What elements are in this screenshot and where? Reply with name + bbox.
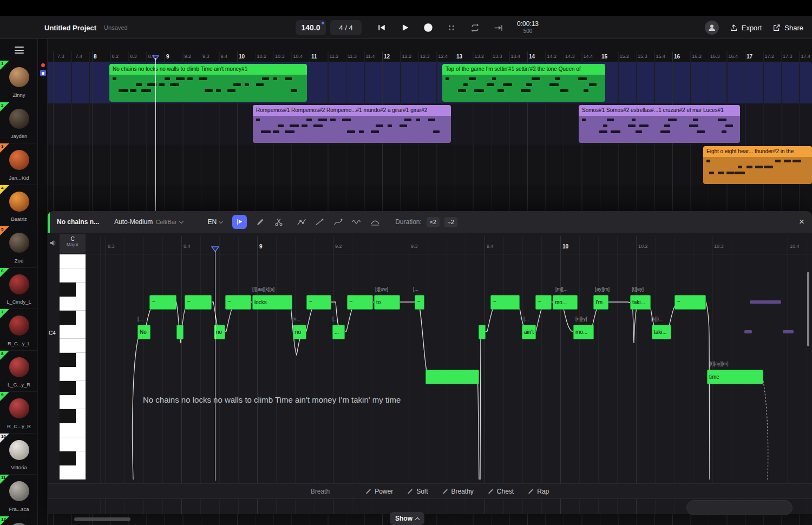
track-avatar[interactable] [9, 523, 29, 525]
track-avatar[interactable] [9, 67, 29, 87]
piano-key-black[interactable] [60, 409, 86, 423]
vibrato-tool-icon[interactable] [351, 216, 363, 228]
piano-key-black[interactable] [60, 311, 86, 325]
piano-key-black[interactable] [60, 353, 86, 367]
smooth-tool-icon[interactable] [369, 216, 381, 228]
track-item[interactable]: 3Jan...Kid [0, 143, 38, 185]
track-avatar[interactable] [9, 357, 29, 377]
vocal-mode-power[interactable]: Power [365, 488, 393, 495]
pitch-draw-tool-icon[interactable] [314, 216, 326, 228]
timeline-ruler[interactable]: 7.37.488.28.38.499.29.39.41010.210.310.4… [48, 51, 812, 62]
midi-note[interactable]: mo... [573, 325, 594, 339]
duration-half-button[interactable]: ÷2 [444, 217, 457, 227]
piano-key-white[interactable] [60, 325, 86, 339]
midi-note[interactable]: ~ [185, 295, 212, 310]
clip-green[interactable]: Top of the game I'm settin'#1 settin'#2 … [442, 64, 605, 102]
midi-note[interactable]: to [374, 295, 400, 310]
vocal-mode-breath[interactable]: Breath [311, 488, 330, 495]
piano-key-white[interactable] [60, 297, 86, 311]
track-item[interactable]: 4Beatriz [0, 185, 38, 227]
piano-key-black[interactable] [60, 381, 86, 395]
midi-note[interactable]: time [707, 370, 763, 384]
user-avatar[interactable] [705, 21, 719, 35]
duration-double-button[interactable]: ×2 [427, 217, 440, 227]
piano-key-white[interactable] [60, 465, 86, 480]
piano-key-white[interactable] [60, 437, 86, 451]
midi-note[interactable]: ~ [490, 295, 520, 310]
track-item[interactable]: 12 [0, 516, 38, 525]
vocal-mode-breathy[interactable]: Breathy [442, 488, 474, 495]
loop-button[interactable] [469, 22, 481, 34]
editor-ruler[interactable]: 8.38.499.29.39.41010.210.310.4 [87, 236, 812, 254]
piano-key-black[interactable] [60, 451, 86, 465]
midi-note[interactable]: ~ [347, 295, 373, 310]
midi-note[interactable]: no [214, 325, 225, 339]
track-avatar[interactable] [9, 192, 29, 212]
midi-note[interactable]: no [293, 325, 306, 339]
midi-note[interactable]: No [137, 325, 150, 339]
clip-orange[interactable]: Eight o eight hear... thunder#2 in the [703, 146, 812, 184]
metronome-dots-icon[interactable] [446, 22, 457, 34]
piano-key-white[interactable] [60, 367, 86, 381]
share-button[interactable]: Share [772, 24, 803, 32]
export-button[interactable]: Export [730, 24, 762, 32]
midi-note[interactable]: I'm [593, 295, 608, 310]
piano-key-white[interactable] [60, 339, 86, 353]
track-item[interactable]: 1Zinny [0, 61, 38, 102]
midi-note[interactable]: ~ [149, 295, 176, 310]
track-avatar[interactable] [9, 316, 29, 336]
close-editor-button[interactable]: × [799, 211, 804, 233]
midi-note[interactable]: ain't [522, 325, 536, 339]
track-item[interactable]: 11Fra...sca [0, 475, 38, 516]
clip-purple[interactable]: Somos#1 Somos#2 estrellas#...1 cruzan#2 … [579, 105, 740, 143]
track-item[interactable]: 8L_C...y_R [0, 351, 38, 392]
record-arm-dot[interactable] [41, 63, 45, 67]
pencil-tool-button[interactable] [254, 216, 266, 228]
project-title[interactable]: Untitled Project [44, 24, 96, 32]
midi-note[interactable]: ~ [306, 295, 331, 310]
play-button[interactable] [399, 22, 411, 34]
editor-vertical-scrollbar[interactable] [807, 272, 809, 346]
skip-back-button[interactable] [376, 22, 388, 34]
pointer-tool-button[interactable] [232, 215, 247, 229]
midi-note[interactable]: ~ [535, 295, 552, 310]
midi-note[interactable]: locks [252, 295, 292, 310]
key-signature-box[interactable]: C Major [60, 234, 86, 253]
horizontal-scrollbar[interactable] [74, 517, 130, 521]
midi-note[interactable]: ~ [225, 295, 251, 310]
preview-speaker-icon[interactable] [49, 239, 57, 249]
track-item[interactable]: 7R_C...y_L [0, 309, 38, 351]
goto-end-icon[interactable] [492, 22, 504, 34]
midi-note[interactable] [479, 325, 486, 339]
track-item[interactable]: 5Zoé [0, 226, 38, 268]
phoneme-mode-dropdown[interactable]: Auto-Medium Cell/Bar [114, 218, 183, 226]
menu-icon[interactable] [15, 47, 24, 54]
track-avatar[interactable] [9, 150, 29, 170]
pitch-curve-tool-icon[interactable] [332, 216, 344, 228]
midi-note[interactable]: taki... [630, 295, 651, 310]
piano-key-white[interactable] [60, 395, 86, 409]
pitch-line-tool-icon[interactable] [296, 216, 307, 228]
track-item[interactable]: 10Vittoria [0, 434, 38, 475]
piano-key-white[interactable] [60, 268, 86, 283]
track-item[interactable]: 6L_Cindy_L [0, 268, 38, 310]
show-panel-button[interactable]: Show [390, 512, 424, 525]
midi-note[interactable]: taki... [652, 325, 671, 339]
track-avatar[interactable] [9, 440, 29, 460]
tempo-control[interactable]: 140.0 [296, 20, 326, 35]
vocal-mode-soft[interactable]: Soft [407, 488, 428, 495]
piano-keyboard[interactable] [60, 254, 86, 480]
piano-key-white[interactable] [60, 423, 86, 437]
vocal-mode-rap[interactable]: Rap [528, 488, 549, 495]
piano-key-white[interactable] [60, 254, 86, 268]
midi-note[interactable]: ... [332, 325, 345, 339]
track-avatar[interactable] [9, 274, 29, 294]
clip-purple[interactable]: Rompemos#1 Rompemos#2 Rompemo...#1 mundo… [253, 105, 451, 143]
track-avatar[interactable] [9, 233, 29, 253]
midi-note[interactable]: ~ [675, 295, 706, 310]
auto-pin-icon[interactable] [40, 70, 46, 76]
track-avatar[interactable] [9, 481, 29, 501]
midi-note[interactable]: mo... [553, 295, 578, 310]
scissors-tool-button[interactable] [273, 216, 285, 228]
time-signature-control[interactable]: 4 / 4 [330, 20, 362, 35]
